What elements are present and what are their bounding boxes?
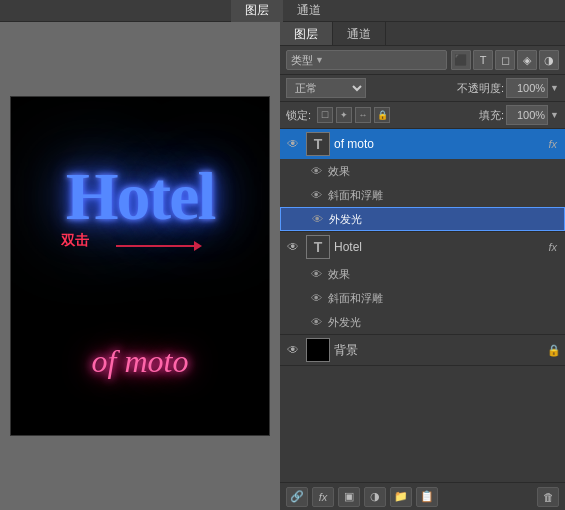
lock-transparency-icon[interactable]: ☐ (317, 107, 333, 123)
search-toolbar: 类型 ▼ ⬛ T ◻ ◈ ◑ (280, 46, 565, 75)
layer-item-hotel[interactable]: 👁 T Hotel fx (280, 232, 565, 262)
sub-eye-glow2[interactable]: 👁 (308, 314, 324, 330)
add-mask-button[interactable]: ▣ (338, 487, 360, 507)
layer-item-bg[interactable]: 👁 背景 🔒 (280, 335, 565, 365)
layer-thumb-bg (306, 338, 330, 362)
layer-thumb-hotel: T (306, 235, 330, 259)
channels-tab[interactable]: 通道 (283, 0, 335, 22)
toolbar-icons: ⬛ T ◻ ◈ ◑ (451, 50, 559, 70)
sub-layer-outer-glow[interactable]: 👁 外发光 (280, 207, 565, 231)
sub-layer-bevel-emboss[interactable]: 👁 斜面和浮雕 (280, 183, 565, 207)
main-area: Hotel of moto 双击 图层 通道 类型 ▼ ⬛ T (0, 22, 565, 510)
layer-name-hotel: Hotel (334, 240, 548, 254)
search-box[interactable]: 类型 ▼ (286, 50, 447, 70)
sub-name-bevel: 斜面和浮雕 (328, 188, 383, 203)
sub-layer-effects2[interactable]: 👁 效果 (280, 262, 565, 286)
dropdown-arrow-icon: ▼ (315, 55, 324, 65)
sub-eye-glow[interactable]: 👁 (309, 211, 325, 227)
new-adjustment-button[interactable]: ◑ (364, 487, 386, 507)
fill-dropdown-icon[interactable]: ▼ (550, 110, 559, 120)
layer-item-of-moto[interactable]: 👁 T of moto fx (280, 129, 565, 159)
layer-group-of-moto: 👁 T of moto fx 👁 效果 👁 斜面和浮雕 👁 (280, 129, 565, 232)
sub-eye-effects2[interactable]: 👁 (308, 266, 324, 282)
layer-thumb-of-moto: T (306, 132, 330, 156)
filter-adj-icon[interactable]: ◑ (539, 50, 559, 70)
add-style-button[interactable]: fx (312, 487, 334, 507)
blend-mode-select[interactable]: 正常 (286, 78, 366, 98)
sub-layer-bevel2[interactable]: 👁 斜面和浮雕 (280, 286, 565, 310)
sub-name-bevel2: 斜面和浮雕 (328, 291, 383, 306)
panel-tabs-bar: 图层 通道 (280, 22, 565, 46)
new-group-button[interactable]: 📁 (390, 487, 412, 507)
layers-panel: 图层 通道 类型 ▼ ⬛ T ◻ ◈ ◑ 正常 (280, 22, 565, 510)
opacity-label: 不透明度: (457, 81, 504, 96)
layer-group-hotel: 👁 T Hotel fx 👁 效果 👁 斜面和浮雕 👁 (280, 232, 565, 335)
layer-name-bg: 背景 (334, 342, 547, 359)
sub-eye-effects[interactable]: 👁 (308, 163, 324, 179)
layer-fx-of-moto[interactable]: fx (548, 138, 557, 150)
hotel-text: Hotel (66, 157, 215, 236)
opacity-group: 不透明度: ▼ (457, 78, 559, 98)
sub-layer-effects[interactable]: 👁 效果 (280, 159, 565, 183)
sub-layer-glow2[interactable]: 👁 外发光 (280, 310, 565, 334)
search-type-label: 类型 (291, 53, 313, 68)
sub-eye-bevel2[interactable]: 👁 (308, 290, 324, 306)
sub-name-glow2: 外发光 (328, 315, 361, 330)
tab-layers[interactable]: 图层 (280, 22, 333, 45)
layers-tab[interactable]: 图层 (231, 0, 283, 22)
sub-name-glow: 外发光 (329, 212, 362, 227)
filter-pixel-icon[interactable]: ⬛ (451, 50, 471, 70)
link-layers-button[interactable]: 🔗 (286, 487, 308, 507)
sub-name-effects2: 效果 (328, 267, 350, 282)
lock-all-icon[interactable]: 🔒 (374, 107, 390, 123)
visibility-icon-of-moto[interactable]: 👁 (284, 135, 302, 153)
arrow-line (116, 245, 196, 247)
lock-move-icon[interactable]: ↔ (355, 107, 371, 123)
new-layer-button[interactable]: 📋 (416, 487, 438, 507)
title-bar: 图层 通道 (0, 0, 565, 22)
visibility-icon-hotel[interactable]: 👁 (284, 238, 302, 256)
layers-list: 👁 T of moto fx 👁 效果 👁 斜面和浮雕 👁 (280, 129, 565, 482)
visibility-icon-bg[interactable]: 👁 (284, 341, 302, 359)
moto-text: of moto (92, 343, 189, 380)
delete-layer-button[interactable]: 🗑 (537, 487, 559, 507)
double-click-label: 双击 (61, 232, 89, 250)
panels-area: 图层 通道 类型 ▼ ⬛ T ◻ ◈ ◑ 正常 (280, 22, 565, 510)
sub-name-effects: 效果 (328, 164, 350, 179)
blend-row: 正常 不透明度: ▼ (280, 75, 565, 102)
lock-row: 锁定: ☐ ✦ ↔ 🔒 填充: ▼ (280, 102, 565, 129)
fill-group: 填充: ▼ (479, 105, 559, 125)
fill-input[interactable] (506, 105, 548, 125)
canvas-area: Hotel of moto 双击 (0, 22, 280, 510)
opacity-input[interactable] (506, 78, 548, 98)
canvas-image: Hotel of moto 双击 (10, 96, 270, 436)
lock-brush-icon[interactable]: ✦ (336, 107, 352, 123)
fill-label: 填充: (479, 108, 504, 123)
filter-shape-icon[interactable]: ◻ (495, 50, 515, 70)
layer-group-bg: 👁 背景 🔒 (280, 335, 565, 366)
layer-fx-hotel[interactable]: fx (548, 241, 557, 253)
opacity-dropdown-icon[interactable]: ▼ (550, 83, 559, 93)
sub-eye-bevel[interactable]: 👁 (308, 187, 324, 203)
tab-channels[interactable]: 通道 (333, 22, 386, 45)
lock-icons: ☐ ✦ ↔ 🔒 (317, 107, 390, 123)
bottom-toolbar: 🔗 fx ▣ ◑ 📁 📋 🗑 (280, 482, 565, 510)
lock-label: 锁定: (286, 108, 311, 123)
layer-name-of-moto: of moto (334, 137, 548, 151)
filter-text-icon[interactable]: T (473, 50, 493, 70)
layer-lock-icon: 🔒 (547, 344, 561, 357)
filter-smart-icon[interactable]: ◈ (517, 50, 537, 70)
